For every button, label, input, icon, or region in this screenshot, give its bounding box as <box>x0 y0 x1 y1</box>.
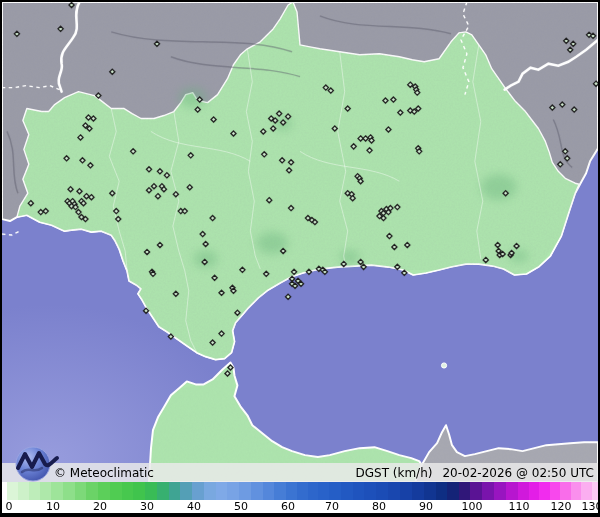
weather-map-frame: © Meteoclimatic DGST (km/h) 20-02-2026 @… <box>0 0 600 517</box>
color-scale <box>2 482 598 500</box>
scale-segment <box>239 482 251 500</box>
scale-segment <box>40 482 52 500</box>
scale-segment <box>539 482 550 500</box>
scale-segment <box>297 482 308 500</box>
scale-tick-label: 80 <box>372 500 386 513</box>
scale-segment <box>110 482 122 500</box>
scale-segment <box>329 482 341 500</box>
credit-bar: © Meteoclimatic DGST (km/h) 20-02-2026 @… <box>2 463 598 482</box>
scale-segment <box>518 482 529 500</box>
scale-segment <box>424 482 436 500</box>
scale-segment <box>63 482 75 500</box>
scale-segment <box>51 482 63 500</box>
scale-tick-label: 100 <box>462 500 483 513</box>
scale-segment <box>145 482 157 500</box>
scale-segment <box>169 482 181 500</box>
scale-segment <box>364 482 376 500</box>
scale-segment <box>216 482 228 500</box>
scale-segment <box>388 482 401 500</box>
scale-segment <box>98 482 110 500</box>
scale-tick-label: 120 <box>551 500 572 513</box>
scale-segment <box>482 482 495 500</box>
scale-tick-label: 110 <box>509 500 530 513</box>
scale-segment <box>529 482 540 500</box>
scale-tick-label: 50 <box>234 500 248 513</box>
scale-segment <box>7 482 19 500</box>
scale-segment <box>550 482 561 500</box>
scale-tick-label: 40 <box>187 500 201 513</box>
scale-tick-label: 60 <box>281 500 295 513</box>
scale-segment <box>560 482 571 500</box>
scale-segment <box>86 482 98 500</box>
scale-segment <box>251 482 263 500</box>
weather-map <box>2 2 598 482</box>
credit-text: © Meteoclimatic <box>54 466 154 480</box>
scale-segment <box>459 482 471 500</box>
alboran-island <box>441 363 446 368</box>
scale-segment <box>29 482 41 500</box>
scale-tick-label: 0 <box>6 500 13 513</box>
scale-segment <box>18 482 30 500</box>
scale-tick-labels: 0102030405060708090100110120130 <box>2 500 598 513</box>
scale-segment <box>204 482 216 500</box>
scale-segment <box>341 482 353 500</box>
scale-tick-label: 20 <box>93 500 107 513</box>
scale-tick-label: 30 <box>140 500 154 513</box>
scale-segment <box>506 482 519 500</box>
timestamp-label: 20-02-2026 @ 02:50 UTC <box>442 466 594 480</box>
scale-segment <box>353 482 365 500</box>
scale-segment <box>263 482 275 500</box>
scale-segment <box>286 482 297 500</box>
scale-tick-label: 10 <box>46 500 60 513</box>
scale-segment <box>571 482 582 500</box>
scale-segment <box>581 482 592 500</box>
scale-segment <box>494 482 507 500</box>
meteoclimatic-logo <box>12 442 64 484</box>
scale-segment <box>436 482 448 500</box>
scale-segment <box>318 482 329 500</box>
scale-segment <box>412 482 425 500</box>
scale-tick-label: 130 <box>582 500 600 513</box>
scale-tick-label: 90 <box>419 500 433 513</box>
scale-segment <box>180 482 192 500</box>
scale-tick-label: 70 <box>325 500 339 513</box>
scale-segment <box>376 482 389 500</box>
bottom-border <box>2 513 598 516</box>
metric-label: DGST (km/h) <box>355 466 432 480</box>
scale-segment <box>192 482 204 500</box>
scale-segment <box>122 482 134 500</box>
scale-segment <box>274 482 286 500</box>
scale-segment <box>75 482 87 500</box>
scale-segment <box>470 482 483 500</box>
scale-segment <box>133 482 145 500</box>
scale-segment <box>308 482 319 500</box>
scale-segment <box>400 482 413 500</box>
scale-segment <box>447 482 459 500</box>
scale-segment <box>157 482 169 500</box>
scale-segment <box>227 482 239 500</box>
scale-segment <box>592 482 600 500</box>
